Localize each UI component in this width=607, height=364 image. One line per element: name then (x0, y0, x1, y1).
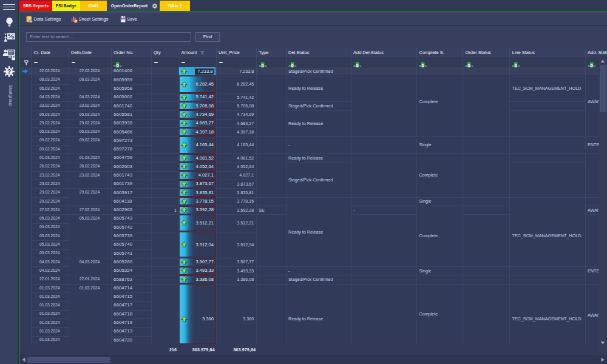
svg-text:?: ? (7, 69, 11, 75)
